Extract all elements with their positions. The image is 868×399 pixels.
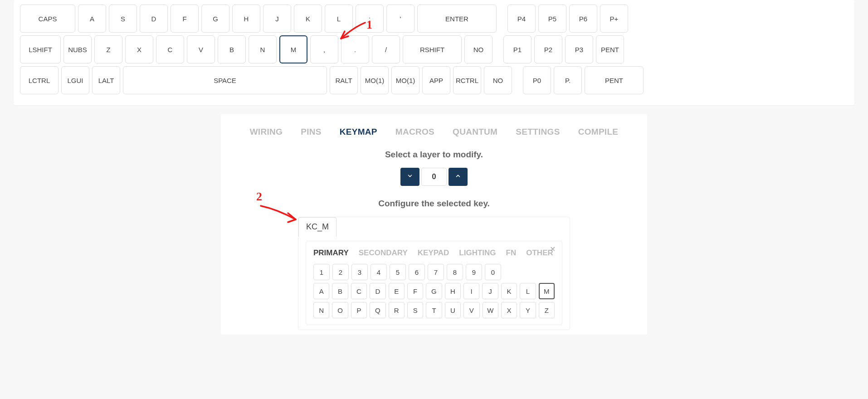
key-pent2[interactable]: PENT <box>585 66 644 94</box>
pk-y[interactable]: Y <box>520 302 536 318</box>
key-caps[interactable]: CAPS <box>20 5 75 33</box>
key-pplus[interactable]: P+ <box>600 5 628 33</box>
tab-settings[interactable]: SETTINGS <box>516 127 560 137</box>
key-n[interactable]: N <box>249 35 277 63</box>
key-p0[interactable]: P0 <box>523 66 551 94</box>
pk-0[interactable]: 0 <box>485 264 501 280</box>
tab-macros[interactable]: MACROS <box>395 127 434 137</box>
key-no[interactable]: NO <box>464 35 493 63</box>
key-p2[interactable]: P2 <box>534 35 562 63</box>
pk-8[interactable]: 8 <box>447 264 463 280</box>
tab-keymap[interactable]: KEYMAP <box>340 127 377 137</box>
key-j[interactable]: J <box>263 5 291 33</box>
key-l[interactable]: L <box>325 5 353 33</box>
key-p6[interactable]: P6 <box>569 5 597 33</box>
pk-u[interactable]: U <box>445 302 461 318</box>
pk-m-selected[interactable]: M <box>539 283 555 299</box>
pk-5[interactable]: 5 <box>390 264 406 280</box>
key-c[interactable]: C <box>156 35 184 63</box>
picker-tab-secondary[interactable]: SECONDARY <box>359 248 408 258</box>
key-f[interactable]: F <box>171 5 199 33</box>
pk-6[interactable]: 6 <box>409 264 425 280</box>
key-ralt[interactable]: RALT <box>330 66 358 94</box>
key-p1[interactable]: P1 <box>503 35 532 63</box>
picker-tab-keypad[interactable]: KEYPAD <box>418 248 449 258</box>
pk-o[interactable]: O <box>332 302 348 318</box>
pk-j[interactable]: J <box>482 283 498 299</box>
key-x[interactable]: X <box>125 35 153 63</box>
layer-down-button[interactable] <box>400 168 419 186</box>
pk-a[interactable]: A <box>313 283 329 299</box>
key-pent[interactable]: PENT <box>596 35 624 63</box>
pk-n[interactable]: N <box>313 302 329 318</box>
key-pdot[interactable]: P. <box>554 66 582 94</box>
pk-v[interactable]: V <box>463 302 479 318</box>
pk-h[interactable]: H <box>445 283 461 299</box>
key-enter[interactable]: ENTER <box>417 5 497 33</box>
key-lalt[interactable]: LALT <box>92 66 120 94</box>
pk-p[interactable]: P <box>351 302 367 318</box>
key-no2[interactable]: NO <box>484 66 512 94</box>
pk-w[interactable]: W <box>483 302 498 318</box>
pk-k[interactable]: K <box>501 283 517 299</box>
pk-d[interactable]: D <box>370 283 385 299</box>
pk-1[interactable]: 1 <box>313 264 330 280</box>
keycode-input[interactable]: KC_M <box>298 217 336 237</box>
key-v[interactable]: V <box>187 35 215 63</box>
pk-4[interactable]: 4 <box>371 264 387 280</box>
picker-tab-lighting[interactable]: LIGHTING <box>459 248 496 258</box>
key-m-selected[interactable]: M <box>279 35 307 63</box>
pk-q[interactable]: Q <box>370 302 385 318</box>
key-lctrl[interactable]: LCTRL <box>20 66 59 94</box>
layer-up-button[interactable] <box>449 168 468 186</box>
pk-e[interactable]: E <box>389 283 405 299</box>
key-app[interactable]: APP <box>422 66 450 94</box>
key-k[interactable]: K <box>294 5 322 33</box>
pk-7[interactable]: 7 <box>428 264 444 280</box>
key-semicolon[interactable]: ; <box>356 5 384 33</box>
tab-pins[interactable]: PINS <box>301 127 322 137</box>
key-p4[interactable]: P4 <box>507 5 536 33</box>
picker-tab-other[interactable]: OTHER <box>526 248 553 258</box>
pk-9[interactable]: 9 <box>466 264 482 280</box>
tab-wiring[interactable]: WIRING <box>250 127 283 137</box>
picker-tab-fn[interactable]: FN <box>506 248 517 258</box>
pk-i[interactable]: I <box>463 283 479 299</box>
picker-tab-primary[interactable]: PRIMARY <box>313 248 349 258</box>
tab-quantum[interactable]: QUANTUM <box>453 127 497 137</box>
tab-compile[interactable]: COMPILE <box>578 127 619 137</box>
pk-t[interactable]: T <box>426 302 442 318</box>
pk-s[interactable]: S <box>407 302 423 318</box>
pk-g[interactable]: G <box>426 283 442 299</box>
pk-x[interactable]: X <box>501 302 517 318</box>
key-slash[interactable]: / <box>372 35 400 63</box>
key-comma[interactable]: , <box>310 35 338 63</box>
key-a[interactable]: A <box>78 5 106 33</box>
key-rctrl[interactable]: RCTRL <box>453 66 481 94</box>
key-b[interactable]: B <box>218 35 246 63</box>
key-d[interactable]: D <box>140 5 168 33</box>
key-space[interactable]: SPACE <box>123 66 327 94</box>
pk-c[interactable]: C <box>351 283 367 299</box>
key-s[interactable]: S <box>109 5 137 33</box>
key-p5[interactable]: P5 <box>538 5 566 33</box>
pk-b[interactable]: B <box>332 283 348 299</box>
key-lshift[interactable]: LSHIFT <box>20 35 61 63</box>
key-rshift[interactable]: RSHIFT <box>403 35 462 63</box>
key-quote[interactable]: ' <box>386 5 414 33</box>
key-nubs[interactable]: NUBS <box>63 35 92 63</box>
key-period[interactable]: . <box>341 35 369 63</box>
pk-f[interactable]: F <box>407 283 423 299</box>
pk-r[interactable]: R <box>389 302 405 318</box>
key-z[interactable]: Z <box>94 35 122 63</box>
pk-z[interactable]: Z <box>539 302 555 318</box>
close-icon[interactable]: ✕ <box>550 245 556 253</box>
pk-l[interactable]: L <box>520 283 536 299</box>
key-lgui[interactable]: LGUI <box>61 66 89 94</box>
key-h[interactable]: H <box>232 5 260 33</box>
key-g[interactable]: G <box>201 5 229 33</box>
pk-3[interactable]: 3 <box>351 264 368 280</box>
key-p3[interactable]: P3 <box>565 35 593 63</box>
pk-2[interactable]: 2 <box>332 264 349 280</box>
key-mo1[interactable]: MO(1) <box>361 66 389 94</box>
